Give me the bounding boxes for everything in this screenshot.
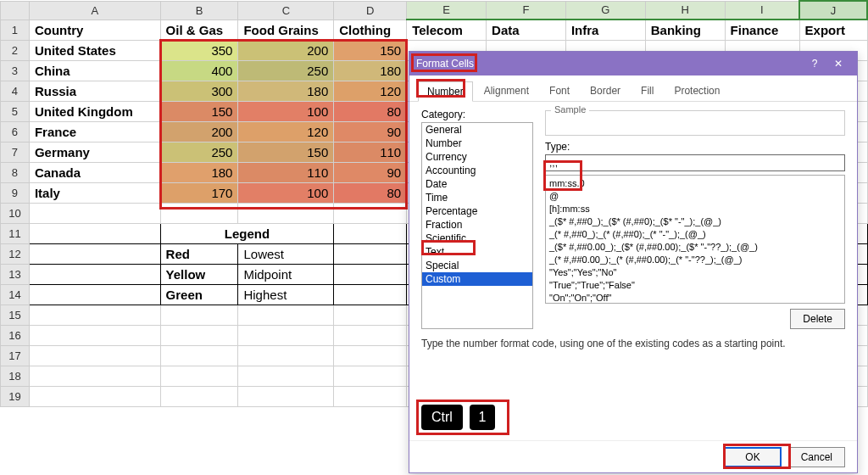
category-item[interactable]: Date <box>422 177 532 191</box>
cell[interactable] <box>160 325 238 345</box>
cell[interactable]: 400 <box>160 60 238 81</box>
tab-number[interactable]: Number <box>418 81 473 102</box>
category-item[interactable]: Text <box>422 245 532 259</box>
cell[interactable] <box>29 305 160 325</box>
row-header-19[interactable]: 19 <box>1 386 30 406</box>
delete-button[interactable]: Delete <box>790 309 845 329</box>
cell[interactable]: Oil & Gas <box>160 20 238 40</box>
cell[interactable]: 100 <box>238 101 334 121</box>
tab-alignment[interactable]: Alignment <box>475 81 538 101</box>
cell[interactable] <box>334 305 407 325</box>
category-item-custom[interactable]: Custom <box>422 272 532 286</box>
cell[interactable]: 200 <box>238 40 334 60</box>
format-item[interactable]: _(* #,##0.00_);_(* (#,##0.00);_(* "-"??_… <box>548 254 843 266</box>
legend-meaning[interactable]: Highest <box>238 284 334 305</box>
cell[interactable]: 150 <box>160 101 238 121</box>
cell[interactable]: 350 <box>160 40 238 60</box>
format-item[interactable]: _($* #,##0_);_($* (#,##0);_($* "-"_);_(@… <box>548 215 843 228</box>
row-header-2[interactable]: 2 <box>1 40 30 60</box>
cell[interactable]: 100 <box>238 182 334 203</box>
cell[interactable]: Italy <box>29 182 160 203</box>
cell[interactable] <box>238 325 334 345</box>
close-button[interactable]: ✕ <box>826 55 850 72</box>
tab-font[interactable]: Font <box>540 81 579 101</box>
cell[interactable]: 300 <box>160 81 238 101</box>
format-item[interactable]: @ <box>548 190 843 203</box>
cell[interactable] <box>238 203 334 223</box>
cell[interactable] <box>160 366 238 386</box>
legend-title[interactable]: Legend <box>160 223 334 243</box>
select-all-corner[interactable] <box>1 1 30 20</box>
cell[interactable]: Finance <box>725 20 799 40</box>
category-item[interactable]: General <box>422 123 532 137</box>
cell[interactable] <box>238 305 334 325</box>
row-header-8[interactable]: 8 <box>1 162 30 182</box>
category-item[interactable]: Time <box>422 191 532 204</box>
legend-color[interactable]: Red <box>160 243 238 264</box>
category-item[interactable]: Accounting <box>422 164 532 177</box>
cell[interactable]: 180 <box>160 162 238 182</box>
cell[interactable]: 80 <box>334 182 407 203</box>
cell[interactable] <box>29 325 160 345</box>
cell[interactable] <box>29 345 160 366</box>
ok-button[interactable]: OK <box>724 447 781 467</box>
row-header-11[interactable]: 11 <box>1 223 30 243</box>
cell[interactable]: China <box>29 60 160 81</box>
cell[interactable]: 250 <box>238 60 334 81</box>
cell[interactable] <box>29 243 160 264</box>
cell[interactable] <box>29 284 160 305</box>
cell[interactable] <box>238 345 334 366</box>
cell[interactable] <box>29 223 160 243</box>
legend-color[interactable]: Yellow <box>160 264 238 284</box>
row-header-16[interactable]: 16 <box>1 325 30 345</box>
row-header-6[interactable]: 6 <box>1 121 30 142</box>
row-header-12[interactable]: 12 <box>1 243 30 264</box>
cell[interactable]: Food Grains <box>238 20 334 40</box>
row-header-10[interactable]: 10 <box>1 203 30 223</box>
tab-border[interactable]: Border <box>581 81 630 101</box>
cell[interactable] <box>334 223 407 243</box>
row-header-4[interactable]: 4 <box>1 81 30 101</box>
cell[interactable]: 110 <box>334 142 407 162</box>
cell[interactable]: 200 <box>160 121 238 142</box>
category-item[interactable]: Special <box>422 259 532 272</box>
cell[interactable]: Export <box>799 20 867 40</box>
format-item[interactable]: _(* #,##0_);_(* (#,##0);_(* "-"_);_(@_) <box>548 228 843 241</box>
col-header-A[interactable]: A <box>29 1 160 20</box>
cell[interactable] <box>334 243 407 264</box>
cell[interactable]: Country <box>29 20 160 40</box>
format-item[interactable]: "Yes";"Yes";"No" <box>548 266 843 279</box>
cell[interactable]: Infra <box>565 20 645 40</box>
category-list[interactable]: General Number Currency Accounting Date … <box>421 122 533 329</box>
category-item[interactable]: Number <box>422 137 532 150</box>
tab-fill[interactable]: Fill <box>632 81 663 101</box>
tab-protection[interactable]: Protection <box>665 81 729 101</box>
cell[interactable]: United States <box>29 40 160 60</box>
row-header-15[interactable]: 15 <box>1 305 30 325</box>
row-header-17[interactable]: 17 <box>1 345 30 366</box>
cell[interactable]: 120 <box>334 81 407 101</box>
cell[interactable] <box>334 386 407 406</box>
row-header-14[interactable]: 14 <box>1 284 30 305</box>
col-header-B[interactable]: B <box>160 1 238 20</box>
cell[interactable]: Russia <box>29 81 160 101</box>
col-header-J[interactable]: J <box>799 1 867 20</box>
row-header-1[interactable]: 1 <box>1 20 30 40</box>
cancel-button[interactable]: Cancel <box>788 447 845 467</box>
row-header-18[interactable]: 18 <box>1 366 30 386</box>
row-header-7[interactable]: 7 <box>1 142 30 162</box>
format-item[interactable]: "On";"On";"Off" <box>548 292 843 304</box>
col-header-I[interactable]: I <box>725 1 799 20</box>
cell[interactable]: France <box>29 121 160 142</box>
format-item[interactable]: "True";"True";"False" <box>548 279 843 292</box>
cell[interactable]: 90 <box>334 162 407 182</box>
cell[interactable]: 250 <box>160 142 238 162</box>
col-header-G[interactable]: G <box>565 1 645 20</box>
cell[interactable]: 80 <box>334 101 407 121</box>
legend-color[interactable]: Green <box>160 284 238 305</box>
cell[interactable]: Canada <box>29 162 160 182</box>
cell[interactable]: 110 <box>238 162 334 182</box>
help-button[interactable]: ? <box>803 55 826 72</box>
cell[interactable]: 150 <box>238 142 334 162</box>
category-item[interactable]: Currency <box>422 150 532 164</box>
